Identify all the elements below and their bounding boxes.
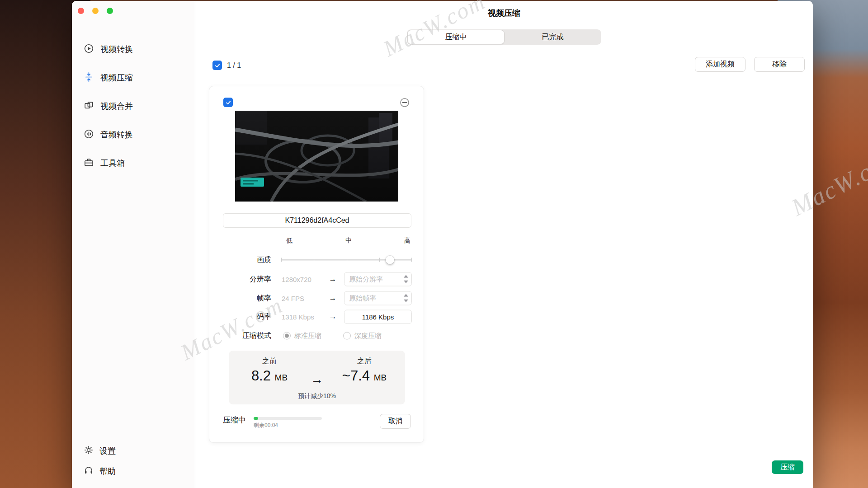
video-merge-icon xyxy=(84,100,94,113)
slider-tick xyxy=(314,258,314,262)
collapse-button[interactable] xyxy=(400,98,410,108)
before-size-value: 8.2 xyxy=(251,368,271,384)
resolution-select-value: 原始分辨率 xyxy=(344,275,403,284)
before-column: 之前 8.2 MB xyxy=(229,351,310,384)
zoom-button[interactable] xyxy=(107,8,113,14)
mode-option-deep[interactable]: 深度压缩 xyxy=(343,332,382,340)
resolution-label: 分辨率 xyxy=(209,275,271,284)
arrow-icon: → xyxy=(328,294,338,303)
toolbox-icon xyxy=(84,157,94,169)
stepper-icon xyxy=(403,274,409,284)
sidebar-item-settings[interactable]: 设置 xyxy=(84,442,195,460)
framerate-label: 帧率 xyxy=(209,294,271,303)
video-compress-icon xyxy=(84,72,94,84)
cancel-button[interactable]: 取消 xyxy=(380,414,411,429)
check-icon xyxy=(225,99,231,106)
progress-row: 压缩中 剩余00:04 取消 xyxy=(223,412,411,430)
sidebar-item-label: 视频合并 xyxy=(100,101,133,112)
sidebar-item-audio-convert[interactable]: 音频转换 xyxy=(72,124,195,145)
compress-button[interactable]: 压缩 xyxy=(772,460,803,474)
minus-circle-icon xyxy=(400,98,410,108)
framerate-source-value: 24 FPS xyxy=(282,295,304,302)
slider-tick xyxy=(379,258,380,262)
size-summary: 之前 8.2 MB → 之后 ~7.4 MB 预计减少10% xyxy=(229,351,405,404)
close-button[interactable] xyxy=(78,8,84,14)
compression-mode-label: 压缩模式 xyxy=(209,331,271,341)
mode-option-label: 标准压缩 xyxy=(294,332,321,340)
gear-icon xyxy=(84,445,94,457)
sidebar-item-video-compress[interactable]: 视频压缩 xyxy=(72,67,195,88)
after-size-value: ~7.4 xyxy=(342,368,370,384)
video-convert-icon xyxy=(84,43,94,56)
arrow-icon: → xyxy=(328,312,338,321)
compression-mode-row: 压缩模式 标准压缩 深度压缩 xyxy=(209,326,424,345)
radio-standard[interactable] xyxy=(283,332,291,340)
sidebar-item-label: 视频转换 xyxy=(100,44,133,55)
item-count: 1 / 1 xyxy=(227,61,241,70)
time-remaining: 剩余00:04 xyxy=(254,422,278,429)
after-size: ~7.4 MB xyxy=(324,368,405,384)
tab-completed[interactable]: 已完成 xyxy=(505,30,601,44)
quality-slider xyxy=(281,255,412,265)
resolution-row: 分辨率 1280x720 → 原始分辨率 xyxy=(209,270,424,289)
progress-bar-fill xyxy=(254,417,258,420)
add-video-button[interactable]: 添加视频 xyxy=(695,57,745,72)
check-icon xyxy=(214,62,221,69)
tab-compressing[interactable]: 压缩中 xyxy=(407,30,505,44)
progress-bar xyxy=(254,417,322,420)
bitrate-label: 码率 xyxy=(209,312,271,322)
after-size-unit: MB xyxy=(374,373,387,382)
stepper-icon xyxy=(403,293,409,303)
estimated-reduction-note: 预计减少10% xyxy=(229,392,405,400)
quality-scale-mid: 中 xyxy=(340,237,358,245)
resolution-select[interactable]: 原始分辨率 xyxy=(344,272,412,286)
progress-status: 压缩中 xyxy=(223,415,246,425)
sidebar-item-toolbox[interactable]: 工具箱 xyxy=(72,153,195,174)
resolution-source-value: 1280x720 xyxy=(282,276,311,283)
sidebar-item-video-merge[interactable]: 视频合并 xyxy=(72,96,195,117)
video-checkbox[interactable] xyxy=(223,98,233,107)
sidebar-item-help[interactable]: 帮助 xyxy=(84,463,195,480)
before-size: 8.2 MB xyxy=(229,368,310,384)
select-all-checkbox[interactable] xyxy=(212,61,222,70)
quality-label: 画质 xyxy=(209,255,271,265)
framerate-row: 帧率 24 FPS → 原始帧率 xyxy=(209,289,424,308)
bitrate-field xyxy=(344,310,412,324)
video-thumbnail xyxy=(235,111,398,202)
slider-tick xyxy=(281,258,282,262)
sidebar-footer: 设置 帮助 xyxy=(72,442,195,488)
remove-button[interactable]: 移除 xyxy=(754,57,805,72)
quality-scale-high: 高 xyxy=(398,237,416,245)
status-segmented-control: 压缩中 已完成 xyxy=(407,29,601,45)
sidebar-item-label: 音频转换 xyxy=(100,129,133,140)
page-title: 视频压缩 xyxy=(195,8,813,19)
traffic-lights xyxy=(78,8,113,14)
thumbnail-badge xyxy=(241,178,264,187)
quality-slider-handle[interactable] xyxy=(386,256,394,264)
framerate-select[interactable]: 原始帧率 xyxy=(344,291,412,305)
before-size-unit: MB xyxy=(275,373,288,382)
quality-row: 画质 xyxy=(209,250,424,269)
minimize-button[interactable] xyxy=(92,8,99,14)
main-content: 视频压缩 压缩中 已完成 1 / 1 添加视频 移除 xyxy=(195,1,813,488)
sidebar-item-video-convert[interactable]: 视频转换 xyxy=(72,39,195,60)
filename-input[interactable] xyxy=(223,213,411,228)
sidebar-item-label: 设置 xyxy=(99,446,116,456)
bitrate-source-value: 1318 Kbps xyxy=(282,313,314,321)
sidebar-item-label: 工具箱 xyxy=(100,158,125,169)
after-label: 之后 xyxy=(324,357,405,366)
select-all-row: 1 / 1 xyxy=(212,61,241,70)
audio-convert-icon xyxy=(84,129,94,141)
arrow-icon: → xyxy=(328,275,338,284)
mode-option-standard[interactable]: 标准压缩 xyxy=(283,332,321,340)
bitrate-input[interactable] xyxy=(344,310,411,324)
video-card: 低 中 高 画质 分辨率 1280x720 → xyxy=(209,86,424,443)
slider-tick xyxy=(347,258,347,262)
after-column: 之后 ~7.4 MB xyxy=(324,351,405,384)
before-label: 之前 xyxy=(229,357,310,366)
radio-deep[interactable] xyxy=(343,332,351,340)
slider-tick xyxy=(411,258,412,262)
sidebar: 视频转换 视频压缩 视频合并 xyxy=(72,1,195,488)
arrow-icon: → xyxy=(309,372,325,387)
sidebar-nav: 视频转换 视频压缩 视频合并 xyxy=(72,39,195,181)
